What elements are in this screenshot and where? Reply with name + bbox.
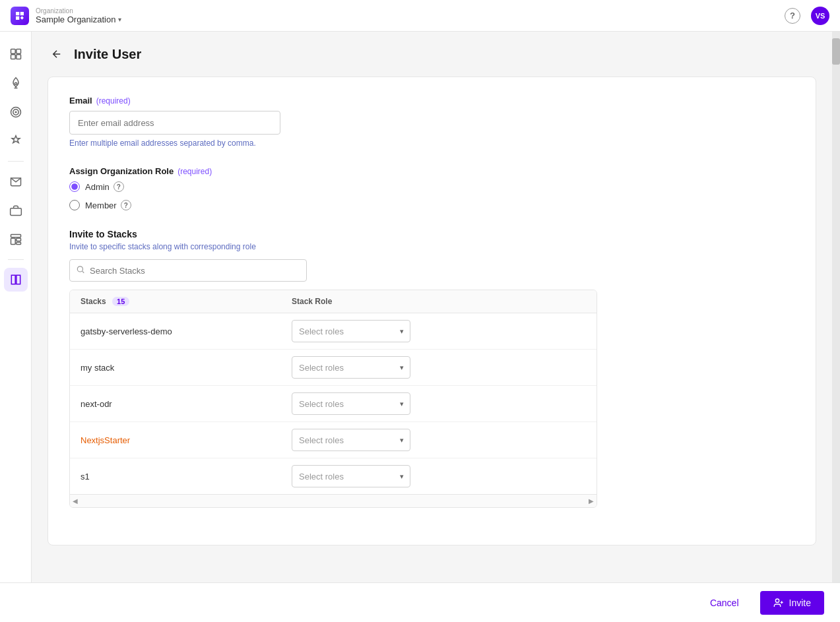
radio-admin[interactable]: Admin ? (69, 181, 794, 192)
stack-role-cell: Select roles▾ (281, 422, 597, 458)
stack-name-cell: my stack (70, 350, 281, 386)
svg-rect-12 (16, 242, 20, 244)
invite-user-form: Email (required) Enter multiple email ad… (48, 77, 816, 545)
page-title: Invite User (74, 47, 141, 62)
role-select-wrapper: Select roles▾ (292, 392, 410, 415)
stack-role-cell: Select roles▾ (281, 386, 597, 422)
stacks-count-badge: 15 (112, 297, 129, 306)
stacks-table-wrapper: Stacks 15 Stack Role gatsby-serverless-d… (69, 290, 597, 508)
svg-rect-2 (11, 55, 15, 59)
search-stacks-input[interactable] (69, 259, 307, 282)
org-label: Organization (36, 7, 121, 15)
email-hint: Enter multiple email addresses separated… (69, 139, 794, 148)
role-select-0[interactable]: Select roles (292, 320, 410, 342)
email-input[interactable] (69, 111, 280, 135)
search-wrapper (69, 259, 307, 282)
svg-point-7 (15, 111, 16, 113)
stack-role-cell: Select roles▾ (281, 458, 597, 495)
svg-rect-8 (10, 208, 21, 216)
user-avatar[interactable]: VS (811, 7, 829, 25)
email-label: Email (required) (69, 96, 794, 106)
org-info: Organization Sample Organization (36, 7, 121, 24)
sidebar-item-templates[interactable] (4, 228, 28, 251)
org-role-section: Assign Organization Role (required) Admi… (69, 166, 794, 210)
sidebar-item-targets[interactable] (4, 100, 28, 124)
email-required-badge: (required) (96, 96, 131, 106)
admin-radio-input[interactable] (69, 181, 80, 192)
table-hscroll: ◀ ▶ (70, 494, 597, 507)
stacks-section: Invite to Stacks Invite to specific stac… (69, 229, 794, 508)
org-name[interactable]: Sample Organization (36, 15, 121, 24)
sidebar-divider (8, 161, 24, 162)
table-scroll-area[interactable]: gatsby-serverless-demoSelect roles▾my st… (70, 313, 597, 494)
svg-rect-0 (11, 49, 15, 54)
page-scrollbar-thumb[interactable] (832, 38, 840, 65)
stacks-body-table: gatsby-serverless-demoSelect roles▾my st… (70, 313, 597, 494)
svg-point-5 (11, 108, 20, 117)
org-role-required-badge: (required) (178, 167, 212, 176)
role-select-wrapper: Select roles▾ (292, 429, 410, 451)
role-select-1[interactable]: Select roles (292, 356, 410, 379)
stack-role-cell: Select roles▾ (281, 313, 597, 350)
member-help-icon[interactable]: ? (121, 200, 131, 210)
search-icon (76, 265, 85, 276)
org-role-label: Assign Organization Role (required) (69, 166, 794, 176)
admin-radio-label: Admin ? (85, 181, 124, 192)
sidebar-item-dashboard[interactable] (4, 42, 28, 66)
page-header: Invite User (48, 45, 816, 63)
table-row: NextjsStarterSelect roles▾ (70, 422, 597, 458)
member-radio-label: Member ? (85, 200, 131, 210)
org-role-radio-group: Admin ? Member ? (69, 181, 794, 210)
table-row: my stackSelect roles▾ (70, 350, 597, 386)
svg-point-13 (77, 266, 82, 272)
table-row: next-odrSelect roles▾ (70, 386, 597, 422)
content-area: Invite User Email (required) Enter multi… (32, 32, 832, 582)
svg-rect-11 (16, 238, 20, 241)
sidebar (0, 32, 32, 582)
stacks-table: Stacks 15 Stack Role (70, 290, 597, 313)
sidebar-item-book[interactable] (4, 268, 28, 292)
stacks-hint: Invite to specific stacks along with cor… (69, 242, 794, 251)
app-logo (11, 7, 29, 25)
svg-rect-3 (16, 55, 20, 59)
role-select-wrapper: Select roles▾ (292, 320, 410, 342)
invite-button-label: Invite (789, 598, 811, 608)
stack-name-cell: gatsby-serverless-demo (70, 313, 281, 350)
scroll-right-arrow[interactable]: ▶ (589, 497, 594, 505)
page-scrollbar[interactable] (832, 32, 840, 582)
svg-rect-1 (16, 49, 20, 54)
svg-rect-9 (11, 235, 20, 237)
sidebar-item-deploy[interactable] (4, 71, 28, 95)
back-button[interactable] (48, 45, 66, 63)
sidebar-divider-2 (8, 259, 24, 260)
cancel-button[interactable]: Cancel (697, 591, 752, 615)
role-select-3[interactable]: Select roles (292, 429, 410, 451)
svg-point-14 (775, 599, 779, 602)
sidebar-item-briefcase[interactable] (4, 199, 28, 222)
role-select-2[interactable]: Select roles (292, 392, 410, 415)
table-row: s1Select roles▾ (70, 458, 597, 495)
radio-member[interactable]: Member ? (69, 200, 794, 210)
sidebar-item-badge[interactable] (4, 129, 28, 153)
member-radio-input[interactable] (69, 200, 80, 210)
role-select-wrapper: Select roles▾ (292, 356, 410, 379)
svg-rect-10 (11, 238, 15, 244)
role-select-wrapper: Select roles▾ (292, 465, 410, 487)
stack-role-cell: Select roles▾ (281, 350, 597, 386)
table-header-row: Stacks 15 Stack Role (70, 290, 597, 313)
email-section: Email (required) Enter multiple email ad… (69, 96, 794, 148)
col-stacks-header: Stacks 15 (70, 290, 281, 313)
stack-name-cell: NextjsStarter (70, 422, 281, 458)
stack-name-cell: next-odr (70, 386, 281, 422)
sidebar-item-inbox[interactable] (4, 170, 28, 193)
stacks-title: Invite to Stacks (69, 229, 794, 239)
admin-help-icon[interactable]: ? (113, 181, 124, 192)
topbar: Organization Sample Organization ? VS (0, 0, 840, 32)
svg-point-4 (15, 82, 16, 84)
role-select-4[interactable]: Select roles (292, 465, 410, 487)
invite-button[interactable]: Invite (760, 591, 824, 615)
scroll-left-arrow[interactable]: ◀ (73, 497, 78, 505)
stack-name-cell: s1 (70, 458, 281, 495)
svg-point-6 (13, 109, 18, 115)
help-button[interactable]: ? (785, 8, 800, 24)
